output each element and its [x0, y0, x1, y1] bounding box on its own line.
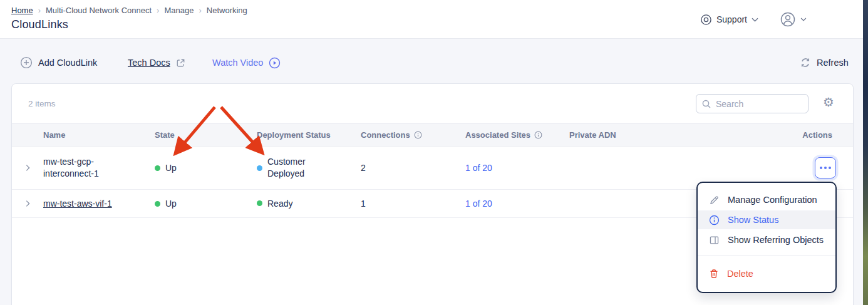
deployment-status-dot: [257, 165, 262, 171]
menu-divider: [698, 256, 835, 256]
menu-item-manage-configuration[interactable]: Manage Configuration: [698, 190, 835, 209]
add-cloudlink-button[interactable]: Add CloudLink: [20, 49, 97, 76]
refresh-button[interactable]: Refresh: [800, 49, 849, 76]
state-cell: Up: [155, 163, 257, 173]
pencil-icon: [709, 195, 720, 205]
column-header-private-adn[interactable]: Private ADN: [569, 130, 721, 140]
refresh-icon: [800, 57, 811, 68]
state-cell: Up: [155, 199, 257, 209]
connections-count: 2: [361, 163, 465, 173]
chevron-down-icon: [752, 18, 758, 22]
watch-video-label: Watch Video: [212, 58, 263, 68]
add-cloudlink-label: Add CloudLink: [38, 58, 97, 68]
connections-count: 1: [361, 199, 465, 209]
search-box[interactable]: [696, 94, 809, 113]
external-link-icon: [176, 58, 185, 68]
plus-circle-icon: [20, 56, 33, 69]
tech-docs-link[interactable]: Tech Docs: [128, 49, 185, 76]
breadcrumb-item-networking[interactable]: Networking: [207, 6, 247, 15]
state-up-dot: [155, 201, 160, 207]
state-up-dot: [155, 165, 160, 171]
row-actions-ellipsis-button[interactable]: [815, 157, 836, 178]
search-icon: [701, 99, 711, 109]
deployment-status-dot: [257, 200, 262, 206]
items-count: 2 items: [28, 99, 56, 108]
row-expand-chevron-icon[interactable]: [12, 163, 43, 172]
breadcrumb-separator-icon: ›: [199, 6, 201, 15]
cloudlink-name[interactable]: mw-test-gcp-interconnect-1: [43, 156, 122, 180]
menu-item-show-referring-objects[interactable]: Show Referring Objects: [698, 230, 835, 249]
row-actions-context-menu: Manage Configuration Show Status Show Re…: [696, 182, 837, 293]
play-circle-icon: [269, 57, 281, 69]
associated-sites-link[interactable]: 1 of 20: [465, 163, 569, 173]
row-expand-chevron-icon[interactable]: [12, 199, 43, 208]
menu-item-label: Show Status: [728, 215, 778, 225]
info-icon[interactable]: [414, 131, 422, 139]
watch-video-link[interactable]: Watch Video: [212, 49, 281, 76]
associated-sites-link[interactable]: 1 of 20: [465, 199, 569, 209]
state-label: Up: [165, 199, 177, 209]
deployment-status-label: Customer Deployed: [267, 156, 325, 180]
refresh-label: Refresh: [817, 58, 849, 68]
menu-item-label: Manage Configuration: [728, 195, 817, 205]
menu-item-label: Show Referring Objects: [728, 235, 824, 245]
state-label: Up: [165, 163, 177, 173]
breadcrumb-separator-icon: ›: [157, 6, 159, 15]
column-header-name[interactable]: Name: [43, 130, 155, 140]
breadcrumb: Home › Multi-Cloud Network Connect › Man…: [11, 6, 247, 15]
search-input[interactable]: [716, 99, 803, 109]
account-menu[interactable]: [780, 11, 807, 28]
menu-item-show-status[interactable]: Show Status: [698, 210, 835, 229]
desktop-wallpaper-edge: [863, 0, 868, 305]
support-menu[interactable]: Support: [700, 14, 758, 26]
page-title: CloudLinks: [11, 18, 68, 31]
deployment-status-cell: Ready: [257, 198, 361, 210]
column-header-connections[interactable]: Connections: [361, 130, 465, 140]
table-header-row: Name State Deployment Status Connections…: [12, 123, 853, 147]
gear-icon[interactable]: ⚙: [823, 96, 834, 108]
top-header-band: Home › Multi-Cloud Network Connect › Man…: [0, 0, 863, 39]
breadcrumb-item-manage[interactable]: Manage: [164, 6, 194, 15]
column-header-associated-sites[interactable]: Associated Sites: [465, 130, 569, 140]
tech-docs-label: Tech Docs: [128, 58, 170, 68]
breadcrumb-item-mcnc[interactable]: Multi-Cloud Network Connect: [46, 6, 152, 15]
info-icon[interactable]: [534, 131, 542, 139]
chevron-down-icon: [800, 18, 807, 21]
support-label: Support: [716, 14, 747, 24]
deployment-status-cell: Customer Deployed: [257, 156, 361, 180]
cloudlink-name[interactable]: mw-test-aws-vif-1: [43, 198, 122, 210]
info-circle-icon: [709, 215, 720, 225]
deployment-status-label: Ready: [267, 198, 292, 210]
menu-item-label: Delete: [727, 269, 753, 279]
connections-header-label: Connections: [361, 130, 410, 140]
column-header-actions: Actions: [721, 130, 854, 140]
column-header-state[interactable]: State: [155, 130, 257, 140]
breadcrumb-separator-icon: ›: [38, 6, 41, 15]
trash-icon: [709, 269, 719, 279]
column-header-deployment-status[interactable]: Deployment Status: [257, 130, 361, 140]
toolbar: Add CloudLink Tech Docs Watch Video Refr…: [0, 49, 863, 76]
support-icon: [700, 14, 712, 26]
avatar-icon: [780, 11, 796, 28]
referring-objects-icon: [709, 235, 720, 246]
breadcrumb-home-link[interactable]: Home: [11, 6, 33, 15]
associated-sites-header-label: Associated Sites: [465, 130, 530, 140]
menu-item-delete[interactable]: Delete: [698, 264, 835, 283]
